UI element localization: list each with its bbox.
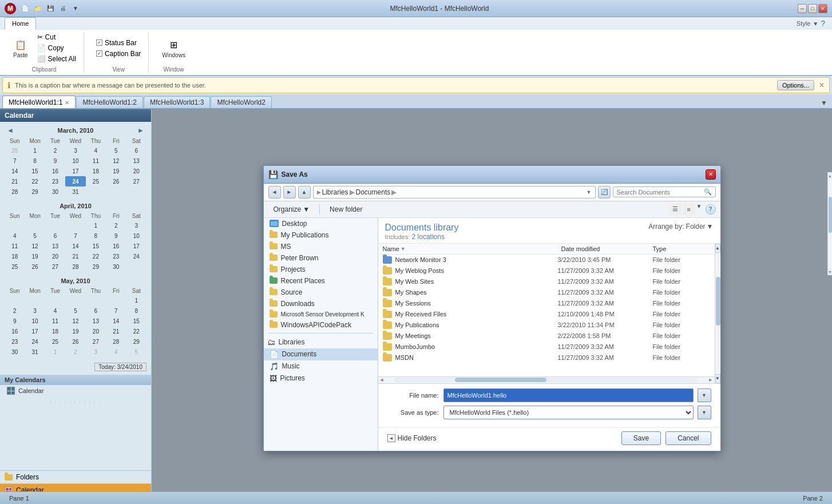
address-up-button[interactable]: ▲ — [298, 186, 311, 199]
cal-day[interactable]: 2 — [106, 220, 126, 231]
cal-day[interactable]: 14 — [106, 316, 126, 326]
cal-day[interactable]: 15 — [126, 316, 146, 326]
cal-day[interactable]: 5 — [25, 231, 45, 241]
file-item[interactable]: My Weblog Posts 11/27/2009 3:32 AM File … — [378, 265, 715, 276]
minimize-button[interactable]: ─ — [798, 4, 807, 13]
savetype-dropdown-arrow[interactable]: ▼ — [698, 406, 711, 419]
view-list-button[interactable]: ☰ — [669, 203, 682, 216]
cal-day[interactable]: 2 — [5, 305, 25, 316]
captionbar-toggle[interactable]: ✓ Caption Bar — [93, 49, 144, 59]
cal-day[interactable]: 21 — [106, 326, 126, 336]
cal-day[interactable]: 19 — [106, 166, 126, 176]
qa-new-btn[interactable]: 📄 — [19, 3, 31, 14]
cal-day[interactable]: 29 — [126, 336, 146, 347]
doc-tab-0-close[interactable]: ✕ — [65, 100, 69, 106]
organize-button[interactable]: Organize ▼ — [268, 204, 315, 215]
cal-day[interactable]: 26 — [106, 176, 126, 186]
cal-day[interactable]: 1 — [126, 295, 146, 305]
cal-day[interactable]: 1 — [25, 145, 45, 156]
file-item[interactable]: MSDN 11/27/2009 3:32 AM File folder — [378, 352, 715, 363]
cal-day[interactable]: 28 — [5, 145, 25, 156]
cal-day[interactable]: 19 — [65, 326, 85, 336]
filename-dropdown-arrow[interactable]: ▼ — [698, 388, 711, 402]
cal-day[interactable]: 14 — [65, 241, 85, 251]
cal-day[interactable]: 3 — [86, 347, 106, 357]
cal-day[interactable]: 5 — [106, 145, 126, 156]
col-date[interactable]: Date modified — [561, 245, 653, 252]
cal-day[interactable]: 15 — [86, 241, 106, 251]
cal-day[interactable]: 22 — [86, 251, 106, 261]
paste-button[interactable]: 📋 Paste — [9, 36, 32, 61]
cal-day[interactable]: 25 — [45, 336, 65, 347]
cal-day[interactable]: 18 — [45, 326, 65, 336]
cal-day[interactable]: 9 — [5, 316, 25, 326]
file-item[interactable]: My Shapes 11/27/2009 3:32 AM File folder — [378, 287, 715, 298]
horizontal-scrollbar[interactable]: ◄ ► — [378, 376, 715, 383]
cal-day[interactable]: 23 — [45, 176, 65, 186]
cal-today[interactable]: 24 — [65, 176, 85, 186]
address-forward-button[interactable]: ► — [283, 186, 296, 199]
qa-open-btn[interactable]: 📁 — [32, 3, 43, 14]
cal-day[interactable]: 27 — [126, 176, 146, 186]
save-button[interactable]: Save — [621, 431, 661, 445]
left-item-source[interactable]: Source — [264, 287, 378, 298]
qa-print-btn[interactable]: 🖨 — [57, 3, 69, 14]
file-item[interactable]: My Web Sites 11/27/2009 3:32 AM File fol… — [378, 276, 715, 287]
cal-day[interactable]: 13 — [126, 156, 146, 166]
cal-day[interactable]: 24 — [25, 336, 45, 347]
cal-day[interactable]: 11 — [86, 156, 106, 166]
cal-next-arrow[interactable]: ► — [135, 126, 146, 134]
address-path[interactable]: ▶ Libraries ▶ Documents ▶ ▼ — [313, 186, 596, 199]
left-item-desktop[interactable]: Desktop — [264, 218, 378, 229]
windows-button[interactable]: ⊞ Windows — [158, 36, 189, 61]
cal-day[interactable]: 5 — [65, 305, 85, 316]
cal-day[interactable]: 17 — [65, 166, 85, 176]
cal-day[interactable]: 28 — [65, 261, 85, 272]
hscroll-right-btn[interactable]: ► — [707, 377, 715, 383]
left-item-windowsapi[interactable]: WindowsAPICodePack — [264, 319, 378, 331]
statusbar-toggle[interactable]: ✓ Status Bar — [93, 38, 144, 48]
copy-button[interactable]: 📄 Copy — [34, 43, 79, 53]
maximize-button[interactable]: □ — [808, 4, 817, 13]
filename-input[interactable] — [443, 388, 694, 402]
cal-day[interactable]: 11 — [45, 316, 65, 326]
locations-link[interactable]: 2 locations — [412, 233, 445, 241]
doc-tab-2[interactable]: MfcHelloWorld1:3 — [144, 96, 210, 108]
cal-day[interactable]: 16 — [5, 326, 25, 336]
cal-day[interactable]: 8 — [126, 305, 146, 316]
cal-day[interactable]: 27 — [45, 261, 65, 272]
left-item-mssdk[interactable]: Microsoft Sensor Development K — [264, 309, 378, 319]
cal-day[interactable]: 4 — [86, 145, 106, 156]
left-item-projects[interactable]: Projects — [264, 264, 378, 275]
col-name[interactable]: Name ▼ — [383, 245, 561, 252]
cal-day[interactable]: 3 — [126, 220, 146, 231]
cal-day[interactable]: 29 — [25, 186, 45, 197]
cal-day[interactable]: 8 — [86, 231, 106, 241]
cal-day[interactable]: 1 — [45, 347, 65, 357]
vscroll-thumb[interactable] — [716, 277, 720, 326]
file-item[interactable]: My Received Files 12/10/2009 1:48 PM Fil… — [378, 309, 715, 320]
left-item-pictures[interactable]: 🖼 Pictures — [264, 372, 378, 384]
cal-day[interactable]: 6 — [86, 305, 106, 316]
help-button[interactable]: ? — [706, 204, 716, 215]
selectall-button[interactable]: ⬜ Select All — [34, 54, 79, 64]
left-item-peterbrown[interactable]: Peter Brown — [264, 252, 378, 264]
ribbon-tab-home[interactable]: Home — [5, 17, 36, 30]
cal-day[interactable]: 4 — [45, 305, 65, 316]
qa-save-btn[interactable]: 💾 — [45, 3, 56, 14]
cal-day[interactable]: 18 — [86, 166, 106, 176]
folders-nav-item[interactable]: Folders — [0, 470, 151, 483]
dialog-close-button[interactable]: ✕ — [706, 169, 716, 180]
left-item-mypublications[interactable]: My Publications — [264, 229, 378, 241]
cal-day[interactable]: 22 — [25, 176, 45, 186]
cal-day[interactable]: 7 — [65, 231, 85, 241]
doc-tab-scroll-down[interactable]: ▼ — [818, 98, 830, 108]
cal-day[interactable]: 5 — [126, 347, 146, 357]
cal-day[interactable]: 23 — [5, 336, 25, 347]
cal-day[interactable]: 13 — [45, 241, 65, 251]
caption-options-button[interactable]: Options... — [777, 80, 814, 90]
cal-day[interactable]: 2 — [65, 347, 85, 357]
qa-dropdown-btn[interactable]: ▼ — [70, 3, 81, 14]
cal-day[interactable]: 10 — [65, 156, 85, 166]
cal-day[interactable]: 2 — [45, 145, 65, 156]
